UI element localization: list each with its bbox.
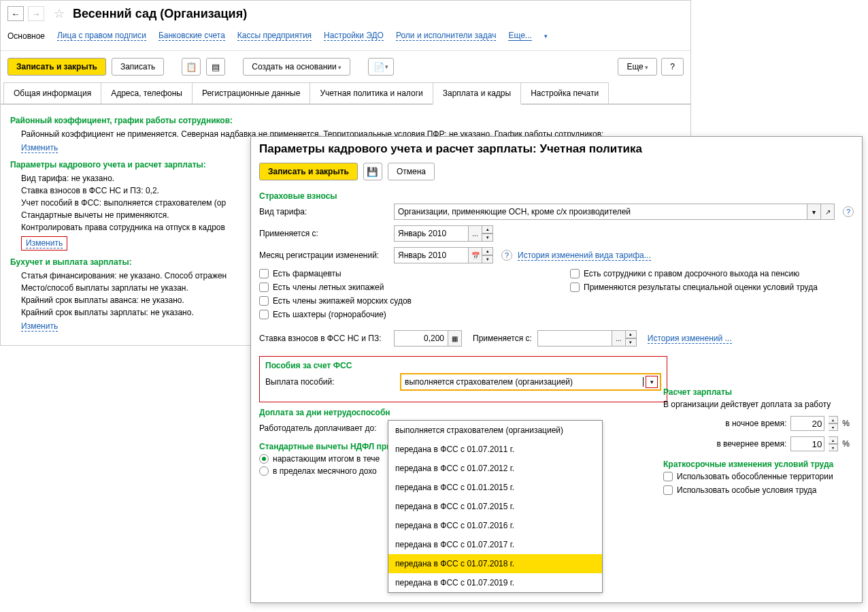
check-special-eval-label: Применяются результаты специальной оценк… — [584, 283, 818, 292]
nav-link-edo[interactable]: Настройки ЭДО — [324, 31, 384, 41]
check-flight-crew[interactable] — [259, 283, 269, 292]
deduction-radio-monthly[interactable] — [259, 466, 269, 476]
salary-heading: Расчет зарплаты — [663, 387, 854, 397]
rate-label: Ставка взносов в ФСС НС и ПЗ: — [259, 334, 388, 343]
dialog-save-close-button[interactable]: Записать и закрыть — [259, 163, 358, 180]
tab-printing[interactable]: Настройка печати — [520, 82, 609, 103]
check-early-pension[interactable] — [570, 269, 580, 278]
tariff-dropdown-icon[interactable]: ▾ — [807, 204, 821, 220]
check-miners[interactable] — [259, 310, 269, 319]
nav-current[interactable]: Основное — [7, 31, 45, 41]
nav-link-bank[interactable]: Банковские счета — [158, 31, 225, 41]
tariff-help-icon[interactable]: ? — [843, 206, 854, 217]
edo-icon[interactable]: 📄 — [368, 58, 394, 76]
night-percent: % — [842, 419, 850, 428]
check-conditions[interactable] — [663, 485, 673, 495]
fss-pay-combo[interactable]: ▾ — [400, 373, 661, 391]
dialog-title: Параметры кадрового учета и расчет зарпл… — [251, 137, 862, 163]
applied-from-input[interactable] — [394, 225, 469, 242]
create-based-button[interactable]: Создать на основании — [243, 58, 350, 76]
help-button[interactable]: ? — [661, 58, 684, 76]
fss-pay-input[interactable] — [401, 376, 643, 388]
fss-option-5[interactable]: передана в ФСС с 01.07.2016 г. — [388, 516, 602, 535]
applied-from-select-icon[interactable]: ... — [469, 225, 482, 242]
more-button[interactable]: Еще — [618, 58, 657, 76]
spin-up3[interactable]: ▴ — [626, 330, 637, 338]
spin-down2[interactable]: ▾ — [482, 255, 493, 263]
tabs: Общая информация Адреса, телефоны Регист… — [1, 82, 690, 105]
check-sea-crew-label: Есть члены экипажей морских судов — [273, 296, 412, 306]
tab-salary[interactable]: Зарплата и кадры — [433, 82, 521, 105]
nav-links: Основное Лица с правом подписи Банковски… — [1, 27, 690, 51]
fss-section: Пособия за счет ФСС Выплата пособий: ▾ — [259, 356, 667, 402]
evening-down[interactable]: ▾ — [829, 444, 838, 451]
nav-link-signatories[interactable]: Лица с правом подписи — [57, 31, 146, 41]
evening-up[interactable]: ▴ — [829, 436, 838, 444]
rate-input[interactable] — [394, 330, 448, 347]
check-early-pension-label: Есть сотрудники с правом досрочного выхо… — [584, 269, 799, 278]
section1-title: Районный коэффициент, график работы сотр… — [10, 116, 681, 125]
fss-pay-label: Выплата пособий: — [265, 377, 395, 387]
insurance-heading: Страховые взносы — [259, 191, 854, 201]
section2-change-link[interactable]: Изменить — [26, 238, 63, 248]
rate-calc-icon[interactable]: ▦ — [448, 330, 462, 347]
tab-general[interactable]: Общая информация — [3, 82, 101, 103]
fss-option-8[interactable]: передана в ФСС с 01.07.2019 г. — [388, 573, 602, 592]
page-title: Весенний сад (Организация) — [73, 7, 247, 21]
spin-down[interactable]: ▾ — [482, 233, 493, 242]
titlebar: ← → ☆ Весенний сад (Организация) — [1, 1, 690, 27]
reg-month-help-icon[interactable]: ? — [501, 250, 512, 261]
nav-link-roles[interactable]: Роли и исполнители задач — [396, 31, 496, 41]
fss-option-1[interactable]: передана в ФСС с 01.07.2011 г. — [388, 440, 602, 459]
save-button[interactable]: Записать — [112, 58, 164, 76]
applied-from-label: Применяется с: — [259, 229, 388, 238]
save-close-button[interactable]: Записать и закрыть — [7, 58, 106, 76]
spin-up[interactable]: ▴ — [482, 225, 493, 233]
nav-link-more[interactable]: Еще... — [508, 31, 531, 41]
reg-month-calendar-icon[interactable]: 📅 — [469, 247, 482, 263]
check-territories[interactable] — [663, 472, 673, 481]
fss-option-2[interactable]: передана в ФСС с 01.07.2012 г. — [388, 459, 602, 478]
tab-registration[interactable]: Регистрационные данные — [192, 82, 310, 103]
dialog-toolbar: Записать и закрыть 💾 Отмена — [251, 163, 862, 187]
reg-month-input[interactable] — [394, 247, 469, 263]
nav-back-button[interactable]: ← — [7, 6, 24, 21]
fss-combo-dropdown-icon[interactable]: ▾ — [646, 376, 658, 388]
nav-forward-button[interactable]: → — [28, 6, 44, 21]
rate-history-link[interactable]: История изменений ... — [648, 334, 732, 344]
section3-change-link[interactable]: Изменить — [21, 321, 58, 332]
fss-option-3[interactable]: передана в ФСС с 01.01.2015 г. — [388, 478, 602, 497]
applied-from2-select-icon[interactable]: ... — [612, 330, 626, 347]
list-icon[interactable]: ▤ — [206, 58, 225, 76]
star-icon[interactable]: ☆ — [54, 6, 65, 21]
night-down[interactable]: ▾ — [829, 423, 838, 431]
evening-input[interactable] — [790, 436, 824, 451]
tariff-input[interactable] — [394, 204, 807, 220]
fss-option-6[interactable]: передана в ФСС с 01.07.2017 г. — [388, 535, 602, 554]
fss-option-7[interactable]: передана в ФСС с 01.07.2018 г. — [388, 554, 602, 573]
spin-up2[interactable]: ▴ — [482, 247, 493, 255]
check-miners-label: Есть шахтеры (горнорабочие) — [273, 310, 386, 319]
salary-panel: Расчет зарплаты В организации действует … — [663, 383, 854, 499]
deduction-radio-cumulative[interactable] — [259, 454, 269, 464]
applied-from2-input[interactable] — [537, 330, 612, 347]
check-sea-crew[interactable] — [259, 296, 269, 306]
tariff-open-icon[interactable]: ↗ — [821, 204, 835, 220]
deduction-opt2-label: в пределах месячного дохо — [273, 466, 377, 476]
check-pharmacists[interactable] — [259, 269, 269, 278]
tariff-history-link[interactable]: История изменений вида тарифа... — [518, 251, 651, 261]
spin-down3[interactable]: ▾ — [626, 338, 637, 347]
night-up[interactable]: ▴ — [829, 416, 838, 423]
tab-accounting[interactable]: Учетная политика и налоги — [310, 82, 433, 103]
attach-icon[interactable]: 📋 — [182, 58, 201, 76]
dialog-save-icon[interactable]: 💾 — [363, 163, 382, 180]
check-special-eval[interactable] — [570, 283, 580, 292]
night-input[interactable] — [790, 416, 824, 431]
dialog-cancel-button[interactable]: Отмена — [388, 163, 435, 180]
tab-addresses[interactable]: Адреса, телефоны — [101, 82, 193, 103]
fss-option-0[interactable]: выполняется страхователем (организацией) — [388, 421, 602, 440]
section1-change-link[interactable]: Изменить — [21, 143, 58, 153]
fss-option-4[interactable]: передана в ФСС с 01.07.2015 г. — [388, 497, 602, 516]
fss-dropdown: выполняется страхователем (организацией)… — [388, 420, 603, 593]
nav-link-cash[interactable]: Кассы предприятия — [237, 31, 312, 41]
